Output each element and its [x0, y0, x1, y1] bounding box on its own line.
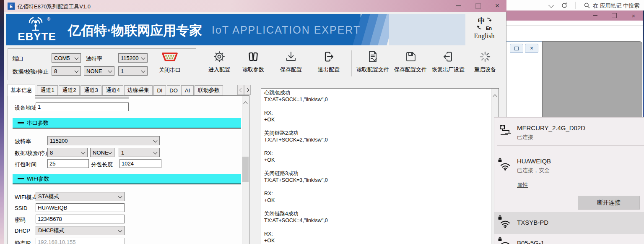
read-config-file-button[interactable]: 读取配置文件: [355, 48, 391, 79]
app-minimize-button[interactable]: [449, 0, 467, 12]
network-name: B05-5G-1: [517, 239, 544, 244]
chevron-down-icon: [153, 139, 158, 143]
tab-scroll-left-button[interactable]: [237, 85, 244, 95]
chevron-down-icon: [153, 150, 158, 155]
action-label: 重启设备: [474, 66, 496, 73]
port-label: 端口: [13, 55, 23, 63]
network-status: 已连接，安全: [517, 167, 550, 174]
wifi-mode-select[interactable]: STA模式: [36, 192, 125, 201]
form-databits-select[interactable]: 8: [47, 148, 88, 157]
factory-reset-button[interactable]: 恢复出厂设置: [430, 48, 466, 79]
tab-channel-1[interactable]: 通道1: [37, 85, 58, 95]
download-icon: [284, 50, 298, 63]
save-file-icon: [404, 50, 417, 63]
svg-text:中: 中: [478, 17, 485, 25]
pack-time-input[interactable]: 25: [47, 159, 89, 168]
chevron-down-icon: [118, 228, 122, 233]
device-addr-label: 设备地址: [15, 104, 36, 112]
tab-basic-info[interactable]: 基本信息: [8, 84, 35, 96]
collapse-dash-icon[interactable]: [18, 178, 24, 179]
old-window-restore-button[interactable]: [510, 44, 523, 53]
disconnect-button[interactable]: 断开连接: [578, 196, 640, 210]
svg-text:En: En: [486, 26, 492, 31]
bg-maximize-button[interactable]: [605, 10, 623, 21]
port-select[interactable]: COM5: [52, 53, 81, 63]
form-stopbits-select[interactable]: 1: [119, 148, 160, 157]
tab-scroll-right-button[interactable]: [244, 85, 251, 95]
network-name: MERCURY_2.4G_D02D: [517, 124, 585, 131]
save-config-button[interactable]: 保存配置: [273, 48, 309, 79]
tab-linkage[interactable]: 联动参数: [195, 85, 223, 95]
language-button[interactable]: 中 En English: [466, 16, 502, 44]
tab-channel-4[interactable]: 通道4: [102, 85, 123, 95]
restart-device-button[interactable]: 重启设备: [467, 48, 503, 79]
antenna-icon: ®: [18, 16, 54, 31]
tab-di[interactable]: DI: [153, 85, 166, 95]
ethernet-icon: [499, 124, 511, 136]
banner-light-panel: [389, 14, 465, 45]
log-textbox[interactable]: 心跳包成功 TX:AT+SOCK=1,"link/sw",0 RX: +OK 关…: [264, 89, 486, 244]
tab-edge-collect[interactable]: 边缘采集: [124, 85, 153, 95]
form-parity-select[interactable]: NONE: [90, 148, 114, 157]
search-input[interactable]: 在 应用笔记 中搜索: [593, 2, 639, 10]
static-ip-input[interactable]: 192.168.10.155: [36, 238, 125, 244]
search-icon[interactable]: [584, 2, 590, 9]
wifi-lock-icon: [498, 236, 511, 244]
baud-select[interactable]: 115200: [118, 53, 148, 63]
form-vscrollbar-thumb[interactable]: [242, 157, 249, 182]
baud-label: 波特率: [86, 55, 102, 63]
action-label: 读取参数: [242, 66, 264, 73]
restore-icon: [514, 47, 519, 50]
toolbar-separator: [351, 50, 352, 76]
properties-link[interactable]: 属性: [517, 181, 528, 189]
exit-icon: [322, 50, 335, 63]
wifi-list-divider: [497, 145, 644, 146]
dhcp-label: DHCP: [15, 228, 30, 234]
network-name: HUAWEIQB: [517, 157, 551, 165]
password-input[interactable]: 12345678: [36, 215, 125, 223]
pack-len-input[interactable]: 1024: [119, 159, 161, 168]
action-label: 读取配置文件: [356, 66, 389, 73]
dhcp-select[interactable]: DHCP模式: [36, 226, 125, 235]
close-serial-button[interactable]: 关闭串口: [154, 51, 185, 77]
gear-icon: [213, 50, 226, 63]
device-addr-input[interactable]: 1: [36, 102, 129, 111]
serial-port-icon: [161, 51, 179, 63]
enter-config-button[interactable]: 进入配置: [201, 48, 237, 79]
databits-select[interactable]: 8: [52, 66, 81, 76]
tab-ai[interactable]: AI: [181, 85, 194, 95]
parity-select[interactable]: NONE: [84, 66, 114, 76]
tab-channel-3[interactable]: 通道3: [80, 85, 101, 95]
save-config-file-button[interactable]: 保存配置文件: [392, 48, 428, 79]
bg-minimize-button[interactable]: [586, 10, 604, 21]
refresh-icon[interactable]: [561, 2, 568, 9]
app-maximize-button[interactable]: [469, 0, 487, 12]
logo-text: EBYTE: [16, 30, 58, 43]
old-window-close-button[interactable]: ×: [525, 44, 538, 53]
password-label: 密码: [15, 216, 26, 224]
close-serial-label: 关闭串口: [159, 66, 181, 74]
chevron-down-icon: [75, 69, 79, 73]
exit-config-button[interactable]: 退出配置: [311, 48, 347, 79]
tab-channel-2[interactable]: 通道2: [59, 85, 80, 95]
read-params-icon: [247, 50, 260, 63]
ssid-input[interactable]: HUAWEIQB: [36, 203, 125, 212]
form-hscrollbar-thumb[interactable]: [35, 97, 129, 99]
form-baud-select[interactable]: 115200: [47, 136, 160, 145]
collapse-dash-icon[interactable]: [18, 122, 24, 123]
action-label: 保存配置文件: [394, 66, 427, 73]
tab-do[interactable]: DO: [167, 85, 180, 95]
desktop-wallpaper-strip: [0, 0, 4, 244]
app-close-button[interactable]: ×: [488, 0, 506, 12]
restart-icon: [478, 50, 492, 63]
bg-close-button[interactable]: ×: [625, 10, 642, 21]
network-name: TXSYB-PD: [517, 219, 548, 226]
ssid-label: SSID: [15, 205, 27, 211]
stopbits-select[interactable]: 1: [118, 66, 148, 76]
action-label: 恢复出厂设置: [432, 66, 465, 73]
read-params-button[interactable]: 读取参数: [235, 48, 271, 79]
wifi-lock-icon: [498, 157, 511, 171]
form-dps-label: 数据/校验/停止: [15, 150, 50, 157]
chevron-down-icon: [108, 69, 112, 73]
serial-section-header: 串口参数: [13, 118, 241, 129]
